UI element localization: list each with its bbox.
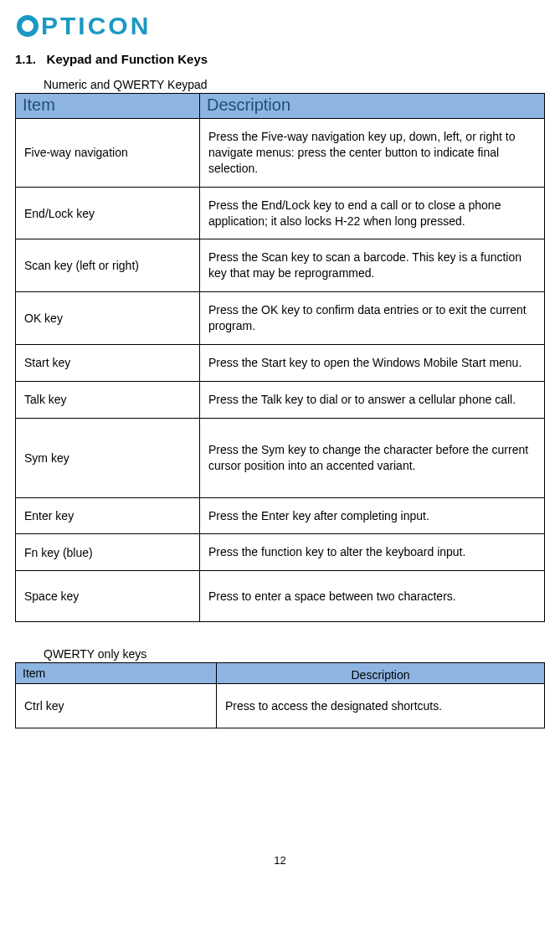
- section-title: Keypad and Function Keys: [47, 52, 208, 66]
- item-cell: Fn key (blue): [16, 534, 200, 571]
- item-cell: Start key: [16, 345, 200, 382]
- desc-cell: Press the Sym key to change the characte…: [200, 418, 545, 497]
- desc-cell: Press the Start key to open the Windows …: [200, 345, 545, 382]
- item-cell: Scan key (left or right): [16, 239, 200, 292]
- table-row: Five-way navigation Press the Five-way n…: [16, 119, 545, 188]
- table2-label: QWERTY only keys: [44, 647, 545, 661]
- logo: PTICON: [15, 10, 545, 52]
- section-number: 1.1.: [15, 52, 36, 66]
- desc-cell: Press the OK key to confirm data entries…: [200, 292, 545, 345]
- page-number: 12: [15, 728, 545, 867]
- item-cell: Sym key: [16, 418, 200, 497]
- table-row: Scan key (left or right) Press the Scan …: [16, 239, 545, 292]
- item-cell: Space key: [16, 571, 200, 622]
- table-row: Space key Press to enter a space between…: [16, 571, 545, 622]
- desc-cell: Press the Five-way navigation key up, do…: [200, 119, 545, 188]
- table-row: Start key Press the Start key to open th…: [16, 345, 545, 382]
- desc-cell: Press to access the designated shortcuts…: [217, 684, 545, 728]
- table1-header-desc: Description: [200, 94, 545, 119]
- table1-header-item: Item: [16, 94, 200, 119]
- logo-text: PTICON: [41, 12, 151, 40]
- keypad-table: Item Description Five-way navigation Pre…: [15, 93, 545, 622]
- logo-o-icon: [17, 15, 39, 37]
- desc-cell: Press the Scan key to scan a barcode. Th…: [200, 239, 545, 292]
- table-row: OK key Press the OK key to confirm data …: [16, 292, 545, 345]
- desc-cell: Press the End/Lock key to end a call or …: [200, 187, 545, 239]
- item-cell: Talk key: [16, 381, 200, 418]
- section-heading: 1.1. Keypad and Function Keys: [15, 52, 545, 66]
- item-cell: Five-way navigation: [16, 119, 200, 188]
- desc-cell: Press the Talk key to dial or to answer …: [200, 381, 545, 418]
- table-row: Sym key Press the Sym key to change the …: [16, 418, 545, 497]
- item-cell: Enter key: [16, 497, 200, 534]
- table-row: Fn key (blue) Press the function key to …: [16, 534, 545, 571]
- qwerty-table: Item Description Ctrl key Press to acces…: [15, 662, 545, 728]
- item-cell: OK key: [16, 292, 200, 345]
- desc-cell: Press to enter a space between two chara…: [200, 571, 545, 622]
- table1-label: Numeric and QWERTY Keypad: [44, 78, 545, 91]
- table-row: Enter key Press the Enter key after comp…: [16, 497, 545, 534]
- desc-cell: Press the function key to alter the keyb…: [200, 534, 545, 571]
- table-row: Talk key Press the Talk key to dial or t…: [16, 381, 545, 418]
- desc-cell: Press the Enter key after completing inp…: [200, 497, 545, 534]
- table2-header-item: Item: [16, 663, 217, 684]
- table2-header-desc: Description: [217, 663, 545, 684]
- item-cell: Ctrl key: [16, 684, 217, 728]
- item-cell: End/Lock key: [16, 187, 200, 239]
- table-row: Ctrl key Press to access the designated …: [16, 684, 545, 728]
- table-row: End/Lock key Press the End/Lock key to e…: [16, 187, 545, 239]
